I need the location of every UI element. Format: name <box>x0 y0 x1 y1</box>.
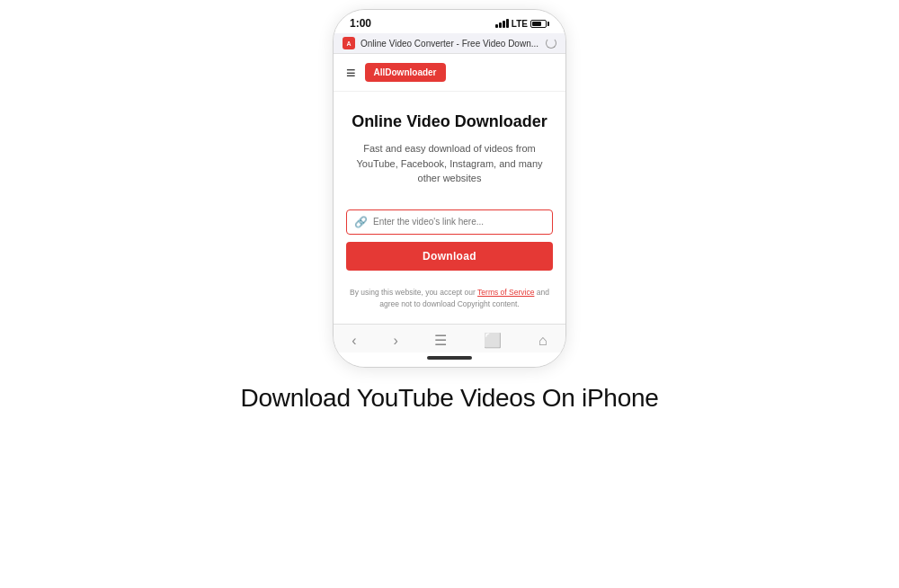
bottom-nav: ‹ › ☰ ⬜ ⌂ <box>334 324 565 352</box>
nav-bar: ≡ AllDownloader <box>334 54 565 92</box>
status-time: 1:00 <box>350 17 371 30</box>
back-button[interactable]: ‹ <box>352 333 356 349</box>
home-indicator <box>334 352 565 367</box>
status-bar: 1:00 LTE <box>334 10 565 33</box>
home-icon[interactable]: ⌂ <box>539 333 547 349</box>
browser-url: Online Video Converter - Free Video Down… <box>360 39 540 49</box>
page-content: ≡ AllDownloader Online Video Downloader … <box>334 54 565 324</box>
site-favicon: A <box>343 37 355 49</box>
tabs-icon[interactable]: ⬜ <box>484 332 502 349</box>
signal-bars-icon <box>495 19 509 28</box>
url-input-box: 🔗 <box>346 209 553 235</box>
forward-button[interactable]: › <box>393 333 397 349</box>
hero-section: Online Video Downloader Fast and easy do… <box>334 92 565 209</box>
share-icon[interactable]: ☰ <box>434 332 447 349</box>
lte-label: LTE <box>512 19 528 29</box>
hero-description: Fast and easy download of videos from Yo… <box>350 141 549 186</box>
terms-section: By using this website, you accept our Te… <box>334 280 565 325</box>
page-caption: Download YouTube Videos On iPhone <box>241 384 659 413</box>
reload-icon[interactable] <box>546 38 556 49</box>
logo-button[interactable]: AllDownloader <box>365 63 446 82</box>
phone-wrapper: 1:00 LTE A Online Video Converter - Free <box>241 9 659 413</box>
browser-bar: A Online Video Converter - Free Video Do… <box>334 33 565 54</box>
terms-link[interactable]: Terms of Service <box>477 288 534 297</box>
home-bar <box>427 356 472 360</box>
phone-frame: 1:00 LTE A Online Video Converter - Free <box>333 9 566 368</box>
hamburger-icon[interactable]: ≡ <box>346 65 356 81</box>
hero-title: Online Video Downloader <box>350 111 549 132</box>
terms-before: By using this website, you accept our <box>350 288 477 297</box>
status-icons: LTE <box>495 19 549 29</box>
video-url-input[interactable] <box>373 217 545 227</box>
download-button[interactable]: Download <box>346 242 553 271</box>
input-area: 🔗 Download <box>334 209 565 280</box>
battery-icon <box>530 20 549 28</box>
link-icon: 🔗 <box>354 216 368 228</box>
